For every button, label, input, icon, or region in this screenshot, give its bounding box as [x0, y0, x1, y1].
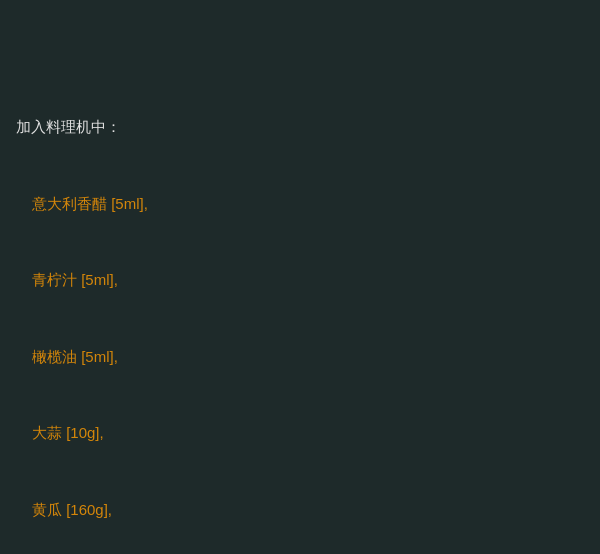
ingredient-1: 意大利香醋 [5ml],: [16, 191, 584, 217]
section-blender-header: 加入料理机中：: [16, 114, 584, 140]
ingredient-3: 橄榄油 [5ml],: [16, 344, 584, 370]
ingredient-5: 黄瓜 [160g],: [16, 497, 584, 523]
recipe-content: 加入料理机中： 意大利香醋 [5ml], 青柠汁 [5ml], 橄榄油 [5ml…: [16, 12, 584, 554]
ingredient-2: 青柠汁 [5ml],: [16, 267, 584, 293]
ingredient-4: 大蒜 [10g],: [16, 420, 584, 446]
